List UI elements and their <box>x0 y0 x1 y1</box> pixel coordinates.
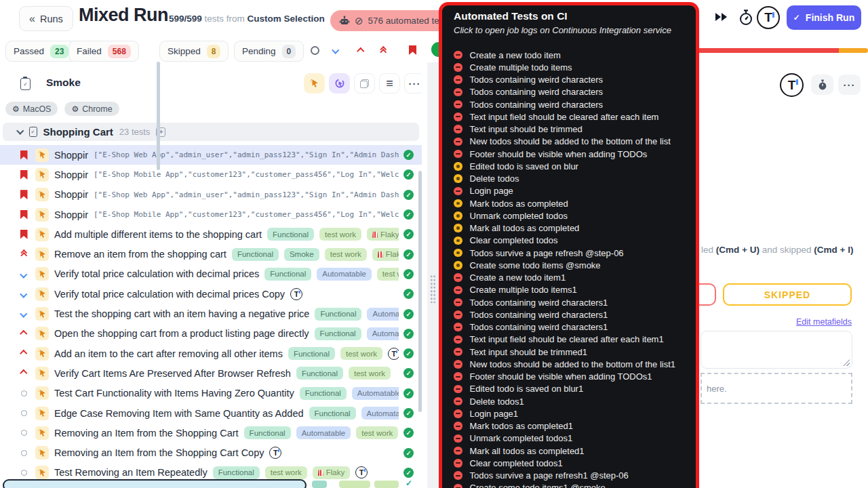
test-row[interactable]: Verify Cart Items Are Preserved After Br… <box>0 363 422 383</box>
fast-forward-icon[interactable] <box>715 13 728 21</box>
test-tag[interactable]: Flaky <box>313 466 350 479</box>
test-row[interactable]: Shoppir ["E-Shop Web App","admin_user","… <box>0 145 422 165</box>
file-dropzone[interactable]: here. <box>701 373 852 404</box>
test-tag[interactable]: Functional <box>300 387 347 400</box>
ci-test-item[interactable]: Todos survive a page refresh @step-06 <box>454 247 696 259</box>
filter-pending-circle-icon[interactable] <box>311 46 319 55</box>
test-row[interactable]: Add an item to the cart after removing a… <box>0 344 422 363</box>
test-tag[interactable]: test work <box>356 426 398 439</box>
test-tag[interactable]: Functional <box>315 327 361 340</box>
test-tag[interactable]: Functional <box>315 308 361 321</box>
edit-metafields-link[interactable]: Edit metafields <box>773 317 852 327</box>
finish-run-button[interactable]: ✓ Finish Run <box>787 5 861 30</box>
ci-test-item[interactable]: Edited todo is saved on blur <box>454 160 696 172</box>
ci-test-item[interactable]: Todos containing weird characters1 <box>454 321 696 333</box>
timer-button[interactable] <box>811 75 833 95</box>
ci-test-item[interactable]: Todos survive a page refresh1 @step-06 <box>454 470 696 482</box>
ci-test-item[interactable]: Todos containing weird characters1 <box>454 308 696 321</box>
status-filter-chip[interactable]: Skipped 8 <box>159 41 229 62</box>
replay-selection-button[interactable] <box>329 73 350 94</box>
ci-test-item[interactable]: New todos should be added to the bottom … <box>454 136 696 148</box>
ci-test-item[interactable]: Todos containing weird characters <box>454 86 696 98</box>
auto-cursor-button[interactable] <box>304 73 325 94</box>
test-tag[interactable]: Flaky <box>367 228 399 241</box>
ci-test-item[interactable]: Delete todos1 <box>454 395 696 407</box>
ci-test-item[interactable]: New todos should be added to the bottom … <box>454 358 696 370</box>
copy-button[interactable] <box>354 73 375 94</box>
env-tag[interactable]: ⚙Chrome <box>64 102 119 116</box>
test-tag[interactable]: Automatable <box>367 308 399 321</box>
ci-test-item[interactable]: Footer should be visible when adding TOD… <box>454 371 696 383</box>
test-row[interactable]: Verify total price calculation with deci… <box>0 264 422 284</box>
ci-test-item[interactable]: Unmark completed todos <box>454 209 696 222</box>
test-tag[interactable]: test work <box>319 228 361 241</box>
test-tag[interactable]: Automatable <box>361 407 399 420</box>
test-row[interactable]: Removing an Item from the Shopping Cart … <box>0 443 422 462</box>
suite-group-header[interactable]: ✓ Shopping Cart 23 tests + <box>3 123 419 141</box>
status-filter-chip[interactable]: Passed 23 <box>5 41 77 62</box>
ci-test-item[interactable]: Create a new todo item <box>454 49 696 61</box>
ci-test-item[interactable]: Delete todos <box>454 173 696 185</box>
panel-resizer[interactable] <box>427 62 439 488</box>
suite-more-button[interactable]: ··· <box>404 73 422 94</box>
test-tag[interactable]: Automatable <box>317 268 372 281</box>
ci-test-item[interactable]: Mark todos as completed1 <box>454 420 696 432</box>
ci-test-item[interactable]: Create a new todo item1 <box>454 272 696 284</box>
test-tag[interactable]: Automatable <box>367 327 399 340</box>
ci-test-item[interactable]: Clear completed todos <box>454 235 696 247</box>
ci-test-item[interactable]: Mark all todos as completed <box>454 222 696 235</box>
right-scrollbar[interactable] <box>157 62 160 170</box>
ci-test-item[interactable]: Text input field should be cleared after… <box>454 110 696 123</box>
ci-test-item[interactable]: Unmark completed todos1 <box>454 432 696 445</box>
ci-test-item[interactable]: Todos containing weird characters1 <box>454 296 696 308</box>
test-tag[interactable]: Functional <box>309 407 356 420</box>
focused-row-partial[interactable] <box>3 479 307 488</box>
test-tag[interactable]: test work <box>340 347 382 360</box>
ci-test-item[interactable]: Text input field should be cleared after… <box>454 333 696 346</box>
ci-test-item[interactable]: Footer should be visible when adding TOD… <box>454 148 696 160</box>
test-tag[interactable]: Functional <box>232 248 279 261</box>
test-tag[interactable]: test work <box>265 466 307 479</box>
filter-priority-low-icon[interactable] <box>333 47 338 53</box>
ci-test-item[interactable]: Edited todo is saved on blur1 <box>454 383 696 395</box>
env-tag[interactable]: ⚙MacOS <box>5 102 58 116</box>
back-to-runs-button[interactable]: « Runs <box>19 6 73 31</box>
ci-test-item[interactable]: Mark all todos as completed1 <box>454 445 696 457</box>
test-tag[interactable]: test work <box>377 268 399 281</box>
ci-test-item[interactable]: Text input should be trimmed1 <box>454 346 696 358</box>
left-scrollbar[interactable] <box>418 171 422 412</box>
status-filter-chip[interactable]: Pending 0 <box>234 41 304 62</box>
ci-test-item[interactable]: Login page <box>454 185 696 197</box>
filter-priority-high-icon[interactable] <box>358 49 363 54</box>
ci-test-item[interactable]: Todos containing weird characters <box>454 74 696 86</box>
test-tag[interactable]: test work <box>349 367 391 380</box>
test-tag[interactable]: Functional <box>244 426 291 439</box>
skipped-status-button[interactable]: SKIPPED <box>723 283 852 306</box>
test-tag[interactable]: Functional <box>213 466 260 479</box>
ci-test-item[interactable]: Create some todo items1 @smoke <box>454 482 696 488</box>
filter-bookmark-icon[interactable] <box>409 45 416 55</box>
list-menu-button[interactable]: ≡ <box>379 73 400 94</box>
test-row[interactable]: Test Cart Functionality with Items Havin… <box>0 384 422 403</box>
ci-test-item[interactable]: Text input should be trimmed <box>454 123 696 136</box>
test-row[interactable]: Remove an item from the shopping cart Fu… <box>0 244 422 264</box>
test-row[interactable]: Shoppir ["E-Shop Mobile App","customer12… <box>0 165 422 184</box>
testomat-logo-icon[interactable]: T <box>757 6 780 29</box>
test-tag[interactable]: Automatable <box>296 426 351 439</box>
test-row[interactable]: Open the shopping cart from a product li… <box>0 324 422 344</box>
test-tag[interactable]: Flaky <box>372 248 399 261</box>
test-row[interactable]: Shoppir ["E-Shop Web App","admin_user","… <box>0 185 422 205</box>
test-row[interactable]: Removing an Item from the Shopping Cart … <box>0 423 422 443</box>
testomat-logo-icon[interactable]: T <box>780 73 804 97</box>
ci-test-item[interactable]: Create multiple todo items1 <box>454 284 696 296</box>
test-row[interactable]: Edge Case Removing Item with Same Quanti… <box>0 403 422 423</box>
test-tag[interactable]: Functional <box>267 228 314 241</box>
test-tag[interactable]: Automatable <box>352 387 399 400</box>
test-row[interactable]: Test the shopping cart with an item havi… <box>0 304 422 323</box>
filter-priority-critical-icon[interactable] <box>381 47 386 54</box>
notes-textarea[interactable] <box>701 331 852 369</box>
test-row[interactable]: Add multiple different items to the shop… <box>0 224 422 244</box>
detail-more-button[interactable]: ··· <box>838 75 861 95</box>
test-tag[interactable]: Smoke <box>284 248 319 261</box>
ci-test-item[interactable]: Create multiple todo items <box>454 61 696 73</box>
